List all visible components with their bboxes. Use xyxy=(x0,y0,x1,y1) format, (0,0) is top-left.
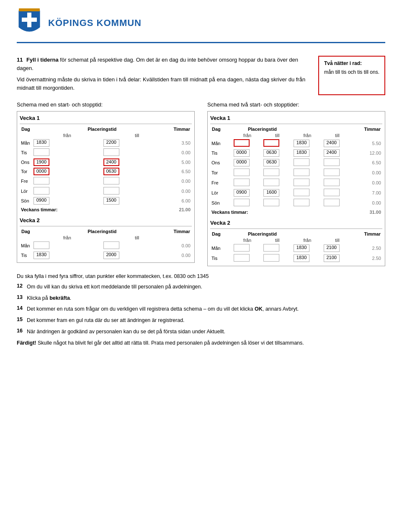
table-row: Mån 1830 2100 2.50 xyxy=(210,243,382,253)
time-val: 0000 xyxy=(234,149,250,157)
table-row: Mån 1830 2400 5.50 xyxy=(210,138,382,148)
day-cell: Lör xyxy=(20,186,32,196)
step-13-num: 13 xyxy=(17,294,27,302)
sub-empty2 xyxy=(172,132,192,138)
sub-empty xyxy=(210,132,232,138)
time-val xyxy=(103,241,119,249)
step-14: 14 Det kommer en ruta som frågar om du v… xyxy=(17,305,385,313)
callout-box: Två nätter i rad: mån till tis och tis t… xyxy=(318,56,385,95)
day-cell: Tis xyxy=(210,148,232,158)
timmar-cell: 6.50 xyxy=(172,167,192,176)
th-placeringstid2 xyxy=(292,231,352,237)
step-11-number: 11 xyxy=(17,57,23,63)
callout-text: mån till tis och tis till ons. xyxy=(324,69,379,75)
step-11-block: 11 Fyll i tiderna för schemat på respekt… xyxy=(17,56,385,95)
th-timmar: Timmar xyxy=(172,228,192,235)
table-row: Tis 0.00 xyxy=(20,148,192,158)
step-15: 15 Det kommer fram en gul ruta där du se… xyxy=(17,317,385,324)
sub-fran1: från xyxy=(232,132,263,138)
timmar-cell: 6.50 xyxy=(352,158,382,168)
fran1-cell xyxy=(232,253,263,263)
timmar-cell: 0.00 xyxy=(172,148,192,158)
till1-cell: 1600 xyxy=(262,188,292,198)
time-val: 1830 xyxy=(294,244,309,252)
fran-cell: 1830 xyxy=(32,251,102,260)
th-placeringstid: Placeringstid xyxy=(32,126,172,132)
till2-cell: 2100 xyxy=(322,243,353,253)
day-cell: Fre xyxy=(20,176,32,186)
right-vecka1-title: Vecka 1 xyxy=(210,114,382,122)
fran1-cell: 0000 xyxy=(232,148,263,158)
hours-val: 6.00 xyxy=(182,198,191,203)
timmar-cell: 0.00 xyxy=(352,178,382,188)
table-row: Fre 0.00 xyxy=(20,176,192,186)
time-val: 2000 xyxy=(103,252,119,259)
timmar-cell: 0.00 xyxy=(352,198,382,208)
sub-fran: från xyxy=(32,235,102,241)
till2-cell: 2400 xyxy=(322,138,353,148)
time-val: 0630 xyxy=(263,159,279,166)
time-val: 1830 xyxy=(34,252,49,259)
step-14-text: Det kommer en ruta som frågar om du verk… xyxy=(27,305,385,313)
sub-empty xyxy=(210,237,232,243)
step-11-text: 11 Fyll i tiderna för schemat på respekt… xyxy=(17,56,310,95)
hours-val: 7.00 xyxy=(372,190,381,195)
org-name: KÖPINGS KOMMUN xyxy=(48,18,142,29)
timmar-cell: 5.00 xyxy=(172,158,192,167)
svg-rect-1 xyxy=(22,18,37,22)
day-cell: Mån xyxy=(20,241,32,251)
farewell-bold: Färdigt! xyxy=(17,340,36,346)
hours-val: 5.00 xyxy=(182,160,191,165)
hours-val: 2.50 xyxy=(372,256,381,261)
step-16-text: När ändringen är godkänd av personalen k… xyxy=(27,328,385,336)
schema-left-label: Schema med en start- och stopptid: xyxy=(17,101,195,108)
time-val xyxy=(324,169,340,176)
logo-shield-icon xyxy=(17,8,42,38)
time-val: 2400 xyxy=(324,149,340,157)
table-row: Lör 0900 1600 7.00 xyxy=(210,188,382,198)
fran2-cell xyxy=(292,158,322,168)
hours-val: 12.00 xyxy=(369,151,381,156)
time-val xyxy=(234,244,250,252)
time-val xyxy=(263,169,279,176)
sub-empty xyxy=(20,235,32,241)
till-cell: 2400 xyxy=(102,158,172,167)
till2-cell xyxy=(322,158,353,168)
time-val xyxy=(263,254,279,262)
till1-cell xyxy=(262,138,292,148)
time-val: 0900 xyxy=(234,189,250,197)
till1-cell: 0630 xyxy=(262,148,292,158)
hours-val: 0.00 xyxy=(372,180,381,185)
th-timmar: Timmar xyxy=(352,126,382,132)
table-row: Tis 0000 0630 1830 2400 12.00 xyxy=(210,148,382,158)
time-val xyxy=(234,254,250,262)
till2-cell xyxy=(322,178,353,188)
footer-row: Veckans timmar: 31.00 xyxy=(210,208,382,215)
till1-cell xyxy=(262,168,292,178)
fill-note: Du ska fylla i med fyra siffror, utan pu… xyxy=(17,272,385,280)
day-cell: Sön xyxy=(20,196,32,205)
time-val xyxy=(294,179,309,186)
time-val: 1600 xyxy=(263,189,279,197)
till1-cell xyxy=(262,253,292,263)
till1-cell xyxy=(262,178,292,188)
till-cell: 2200 xyxy=(102,138,172,148)
fran-cell xyxy=(32,186,102,196)
step-12-text: Om du vill kan du skriva ett kort meddel… xyxy=(27,283,385,291)
fran2-cell: 1830 xyxy=(292,243,322,253)
footer-row: Veckans timmar: 21.00 xyxy=(20,205,192,213)
sub-till2: till xyxy=(322,132,353,138)
schema-section: Schema med en start- och stopptid: Vecka… xyxy=(17,101,385,266)
time-val: 0900 xyxy=(34,197,49,205)
farewell-text: Färdigt! Skulle något ha blivit fel går … xyxy=(17,339,385,347)
left-vecka2-title: Vecka 2 xyxy=(20,216,192,224)
hours-val: 0.00 xyxy=(182,189,191,194)
day-cell: Lör xyxy=(210,188,232,198)
fran-cell: 0900 xyxy=(32,196,102,205)
th-placeringstid1: Placeringstid xyxy=(232,126,292,132)
time-val: 1830 xyxy=(294,140,309,147)
table-row: Ons 0000 0630 6.50 xyxy=(210,158,382,168)
sub-till: till xyxy=(102,132,172,138)
sub-empty2 xyxy=(172,235,192,241)
th-dag: Dag xyxy=(20,228,32,235)
